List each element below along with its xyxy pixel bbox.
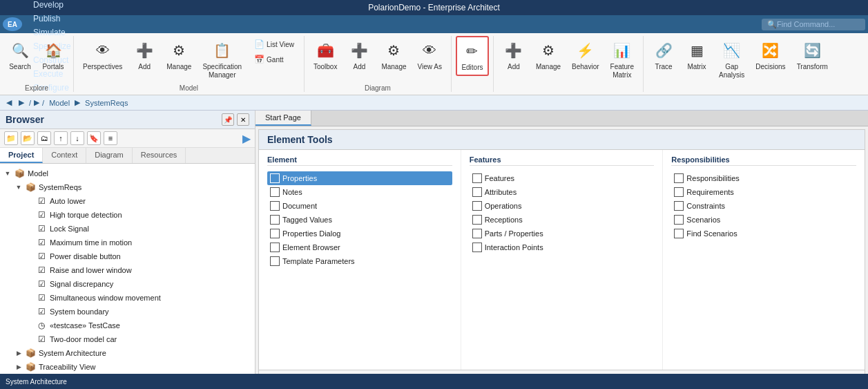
tree-node-label: Simultaneous window movement xyxy=(50,294,161,302)
ribbon-btn-add-diag[interactable]: ➕ Add xyxy=(343,36,375,75)
tree-item[interactable]: ▼📦SystemReqs xyxy=(0,180,255,194)
tree-item[interactable]: ☑Simultaneous window movement xyxy=(0,291,255,305)
ribbon-btn-add-elem[interactable]: ➕ Add xyxy=(498,36,530,75)
tree-item[interactable]: ☑Raise and lower window xyxy=(0,263,255,277)
open-folder-button[interactable]: 📂 xyxy=(21,131,35,145)
nav-model-link[interactable]: Model xyxy=(47,99,72,107)
element-tool-item[interactable]: Responsibilities xyxy=(671,171,856,185)
ribbon-btn-decisions[interactable]: 🔀 Decisions xyxy=(751,36,790,75)
tool-item-border-icon xyxy=(472,173,482,183)
ribbon-btn-feature-matrix[interactable]: 📊 Feature Matrix xyxy=(606,36,639,83)
element-col-header-0: Element xyxy=(267,155,452,166)
app-logo[interactable]: EA xyxy=(3,17,22,31)
new-package-button[interactable]: 📁 xyxy=(4,131,18,145)
tree-expand-icon[interactable] xyxy=(25,196,35,206)
tree-expand-icon[interactable]: ▼ xyxy=(3,169,12,178)
browser-toolbar: 📁 📂 🗂 ↑ ↓ 🔖 ≡ ▶ xyxy=(0,129,255,148)
tree-expand-icon[interactable] xyxy=(25,293,35,303)
element-tool-item[interactable]: Constraints xyxy=(671,199,856,213)
ribbon-btn-gantt[interactable]: 📅 Gantt xyxy=(251,53,286,66)
element-tool-item[interactable]: Parts / Properties xyxy=(470,227,655,240)
ribbon-btn-toolbox[interactable]: 🧰 Toolbox xyxy=(309,36,342,75)
element-tool-item[interactable]: Properties Dialog xyxy=(267,227,452,240)
ribbon-btn-list-view[interactable]: 📄 List View xyxy=(251,37,297,51)
ribbon-btn-manage-model[interactable]: ⚙ Manage xyxy=(162,36,196,75)
tab-start-page[interactable]: Start Page xyxy=(255,111,311,126)
bookmark-button[interactable]: 🔖 xyxy=(87,131,101,145)
tree-expand-icon[interactable] xyxy=(25,210,35,220)
tree-expand-icon[interactable]: ▶ xyxy=(14,362,23,372)
menu-item-publish[interactable]: Publish xyxy=(26,12,78,26)
ribbon-btn-gap-analysis[interactable]: 📉 Gap Analysis xyxy=(714,36,749,83)
tree-item[interactable]: ☑Auto lower xyxy=(0,194,255,208)
browser-close-button[interactable]: ✕ xyxy=(237,113,249,126)
ribbon-btn-behavior[interactable]: ⚡ Behavior xyxy=(567,36,604,75)
ribbon-btn-manage-diag[interactable]: ⚙ Manage xyxy=(376,36,411,75)
element-tool-item[interactable]: Operations xyxy=(470,199,655,213)
tree-expand-icon[interactable] xyxy=(25,279,35,289)
tree-item[interactable]: ▶📦Traceability View xyxy=(0,360,255,374)
tree-expand-icon[interactable] xyxy=(25,307,35,316)
nav-systemreqs-link[interactable]: SystemReqs xyxy=(83,99,130,107)
move-up-button[interactable]: ↑ xyxy=(54,131,68,145)
ribbon-btn-portals[interactable]: 🏠 Portals xyxy=(37,36,69,75)
element-tool-item[interactable]: Properties xyxy=(267,171,452,185)
ribbon-btn-editors[interactable]: ✏ Editors xyxy=(456,36,489,76)
move-down-button[interactable]: ↓ xyxy=(70,131,84,145)
ribbon-btn-perspectives[interactable]: 👁 Perspectives xyxy=(78,36,127,75)
ribbon-btn-trace[interactable]: 🔗 Trace xyxy=(648,36,679,75)
element-tool-item[interactable]: Receptions xyxy=(470,213,655,227)
element-tool-item[interactable]: Attributes xyxy=(470,185,655,199)
tree-item[interactable]: ◷«testcase» TestCase xyxy=(0,319,255,332)
tree-node-icon: ☑ xyxy=(36,334,47,345)
ribbon-btn-transform[interactable]: 🔄 Transform xyxy=(792,36,833,75)
tree-item[interactable]: ☑System boundary xyxy=(0,305,255,319)
tree-item[interactable]: ☑Maximum time in motion xyxy=(0,236,255,249)
tree-expand-icon[interactable]: ▶ xyxy=(14,348,23,358)
tree-item[interactable]: ☑Lock Signal xyxy=(0,222,255,236)
menu-button[interactable]: ≡ xyxy=(104,131,117,145)
element-tool-item[interactable]: Template Parameters xyxy=(267,254,452,268)
tab-context[interactable]: Context xyxy=(43,148,86,163)
element-tool-item[interactable]: Notes xyxy=(267,185,452,199)
tree-item[interactable]: ☑Signal discrepancy xyxy=(0,277,255,291)
forward-button[interactable]: ▶ xyxy=(17,98,26,107)
element-tool-item[interactable]: Document xyxy=(267,199,452,213)
ribbon-btn-view-as[interactable]: 👁 View As xyxy=(413,36,447,75)
tree-item[interactable]: ☑Two-door model car xyxy=(0,332,255,346)
tree-expand-icon[interactable] xyxy=(25,265,35,275)
element-tool-item[interactable]: Find Scenarios xyxy=(671,227,856,240)
find-command-input[interactable] xyxy=(777,20,860,28)
tree-expand-icon[interactable] xyxy=(25,224,35,234)
tree-expand-icon[interactable] xyxy=(25,321,35,330)
sync-button[interactable]: 🗂 xyxy=(37,131,51,145)
tree-item[interactable]: ▶📦System Architecture xyxy=(0,346,255,360)
back-button[interactable]: ◀ xyxy=(4,98,14,107)
element-tool-item[interactable]: Features xyxy=(470,171,655,185)
ribbon-btn-search[interactable]: 🔍 Search xyxy=(4,36,36,75)
element-tool-item[interactable]: Element Browser xyxy=(267,240,452,254)
tree-expand-icon[interactable] xyxy=(25,334,35,344)
browser-pin-button[interactable]: 📌 xyxy=(222,113,234,126)
tree-expand-icon[interactable]: ▼ xyxy=(14,182,23,192)
element-tool-item[interactable]: Scenarios xyxy=(671,213,856,227)
tree-item[interactable]: ▼📦Model xyxy=(0,167,255,180)
tree-item[interactable]: ☑Power disable button xyxy=(0,249,255,263)
find-command-search[interactable]: 🔍 xyxy=(762,19,865,30)
ribbon-btn-matrix[interactable]: ▦ Matrix xyxy=(681,36,713,75)
tab-project[interactable]: Project xyxy=(0,148,43,163)
main-layout: Browser 📌 ✕ 📁 📂 🗂 ↑ ↓ 🔖 ≡ ▶ Project Cont… xyxy=(0,111,868,389)
tree-expand-icon[interactable] xyxy=(25,252,35,261)
tree-expand-icon[interactable] xyxy=(25,238,35,247)
tab-resources[interactable]: Resources xyxy=(133,148,186,163)
ribbon-btn-add-model[interactable]: ➕ Add xyxy=(128,36,160,75)
menu-item-develop[interactable]: Develop xyxy=(26,0,78,12)
element-tool-item[interactable]: Interaction Points xyxy=(470,240,655,254)
ribbon-btn-manage-elem[interactable]: ⚙ Manage xyxy=(531,36,566,75)
element-tool-item[interactable]: Tagged Values xyxy=(267,213,452,227)
ribbon-btn-spec-manager[interactable]: 📋 Specification Manager xyxy=(197,36,247,83)
tree-item[interactable]: ☑High torque detection xyxy=(0,208,255,222)
element-tool-item[interactable]: Requirements xyxy=(671,185,856,199)
tab-diagram[interactable]: Diagram xyxy=(86,148,133,163)
browser-nav-arrow[interactable]: ▶ xyxy=(242,132,251,145)
